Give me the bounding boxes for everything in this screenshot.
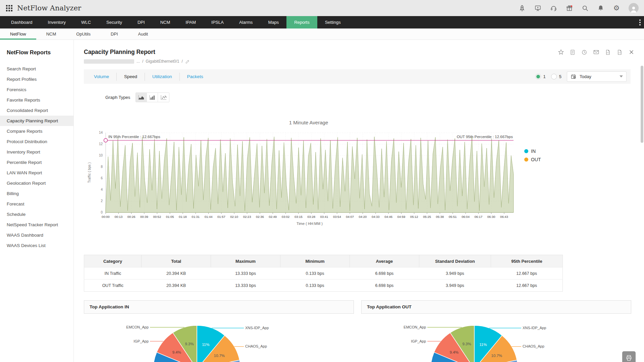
nav-item-dpi[interactable]: DPI bbox=[130, 16, 153, 28]
table-cell: 20.394 KB bbox=[142, 280, 211, 292]
sidebar-item-forensics[interactable]: Forensics bbox=[0, 84, 73, 95]
print-button[interactable] bbox=[622, 351, 636, 362]
svg-text:2: 2 bbox=[101, 199, 103, 203]
graph-type-area-chart-icon[interactable] bbox=[136, 93, 147, 102]
headset-icon[interactable] bbox=[550, 4, 557, 12]
schedule-history-icon[interactable] bbox=[581, 49, 588, 56]
table-header-average: Average bbox=[350, 255, 419, 267]
sidebar-item-inventory-report[interactable]: Inventory Report bbox=[0, 147, 73, 157]
pie-percent-label: 11% bbox=[202, 343, 209, 347]
subnav-item-dpi[interactable]: DPI bbox=[101, 28, 128, 40]
traffic-area-chart[interactable]: 0246810121400:0000:1300:2600:3900:5201:0… bbox=[84, 129, 533, 230]
panel-title-out: Top Application OUT bbox=[361, 300, 631, 314]
nav-item-alarms[interactable]: Alarms bbox=[231, 16, 260, 28]
nav-item-security[interactable]: Security bbox=[99, 16, 130, 28]
sidebar-item-percentile-report[interactable]: Percentile Report bbox=[0, 157, 73, 168]
nav-item-dashboard[interactable]: Dashboard bbox=[3, 16, 40, 28]
edit-pencil-icon[interactable] bbox=[185, 59, 191, 64]
apps-grid-icon[interactable] bbox=[5, 4, 13, 12]
nav-item-maps[interactable]: Maps bbox=[260, 16, 286, 28]
subnav-item-audit[interactable]: Audit bbox=[128, 28, 158, 40]
vertical-scrollbar[interactable] bbox=[641, 66, 643, 143]
svg-text:0: 0 bbox=[101, 210, 103, 214]
legend-item-out[interactable]: OUT bbox=[524, 157, 541, 162]
table-header-category: Category bbox=[84, 255, 142, 267]
top-application-in-pie[interactable]: 11%XNS-IDP_App10.7%CHAOS_App10.4%CBT_App… bbox=[84, 314, 354, 362]
sidebar-item-report-profiles[interactable]: Report Profiles bbox=[0, 74, 73, 84]
svg-text:PDF: PDF bbox=[607, 52, 610, 54]
calendar-icon bbox=[571, 74, 576, 79]
search-icon[interactable] bbox=[581, 4, 589, 12]
nav-item-ncm[interactable]: NCM bbox=[153, 16, 178, 28]
sidebar-item-compare-reports[interactable]: Compare Reports bbox=[0, 126, 73, 136]
sidebar-item-waas-devices-list[interactable]: WAAS Devices List bbox=[0, 240, 73, 251]
table-cell: 13.333 bps bbox=[211, 280, 280, 292]
sidebar-item-capacity-planning-report[interactable]: Capacity Planning Report bbox=[0, 116, 73, 126]
tab-speed[interactable]: Speed bbox=[116, 73, 145, 81]
top-application-out-pie[interactable]: 11%XNS-IDP_App10.7%CHAOS_App10.4%CBT_App… bbox=[361, 314, 631, 362]
printer-icon bbox=[626, 355, 632, 361]
bell-icon[interactable] bbox=[597, 4, 604, 12]
nav-item-ipsla[interactable]: IPSLA bbox=[204, 16, 231, 28]
svg-text:03:15: 03:15 bbox=[294, 215, 303, 219]
breadcrumb-separator: / bbox=[142, 59, 143, 64]
tab-utilization[interactable]: Utilization bbox=[145, 73, 179, 81]
interval-radio-1[interactable]: 1 bbox=[535, 74, 546, 79]
pie-callout-label: IGP_App bbox=[133, 339, 149, 343]
traffic-summary-table: CategoryTotalMaximumMinimumAverageStanda… bbox=[84, 255, 563, 292]
nav-item-inventory[interactable]: Inventory bbox=[40, 16, 73, 28]
subnav-item-netflow[interactable]: NetFlow bbox=[0, 28, 36, 40]
nav-item-ipam[interactable]: IPAM bbox=[178, 16, 204, 28]
table-cell: 6.698 bps bbox=[350, 280, 419, 292]
sidebar: NetFlow Reports Search ReportReport Prof… bbox=[0, 40, 74, 362]
tab-packets[interactable]: Packets bbox=[179, 73, 211, 81]
svg-text:00:39: 00:39 bbox=[140, 215, 148, 219]
svg-text:14: 14 bbox=[99, 131, 103, 134]
sidebar-item-geolocation-report[interactable]: Geolocation Report bbox=[0, 178, 73, 188]
graph-type-scatter-chart-icon[interactable] bbox=[158, 93, 169, 102]
svg-text:04:59: 04:59 bbox=[397, 215, 406, 219]
sidebar-item-search-report[interactable]: Search Report bbox=[0, 64, 73, 74]
graph-type-bar-chart-icon[interactable] bbox=[147, 93, 158, 102]
presentation-icon[interactable] bbox=[534, 4, 541, 12]
close-icon[interactable] bbox=[628, 49, 635, 56]
pie-callout-label: XNS-IDP_App bbox=[245, 326, 269, 330]
subnav-item-ncm[interactable]: NCM bbox=[36, 28, 66, 40]
gift-icon[interactable] bbox=[566, 4, 573, 12]
svg-text:00:26: 00:26 bbox=[127, 215, 136, 219]
nav-item-wlc[interactable]: WLC bbox=[73, 16, 99, 28]
csv-export-icon[interactable]: CSV bbox=[616, 49, 623, 56]
sidebar-item-lan-wan-report[interactable]: LAN WAN Report bbox=[0, 168, 73, 178]
sidebar-item-favorite-reports[interactable]: Favorite Reports bbox=[0, 95, 73, 105]
svg-text:8: 8 bbox=[101, 165, 103, 169]
sidebar-item-netspeed-tracker-report[interactable]: NetSpeed Tracker Report bbox=[0, 220, 73, 230]
avatar[interactable] bbox=[629, 3, 639, 13]
nav-item-reports[interactable]: Reports bbox=[286, 16, 317, 28]
sidebar-item-billing[interactable]: Billing bbox=[0, 188, 73, 199]
sidebar-item-forecast[interactable]: Forecast bbox=[0, 199, 73, 209]
svg-text:4: 4 bbox=[101, 188, 103, 191]
breadcrumb-interface[interactable]: GigabitEthernet0/1 bbox=[146, 59, 179, 64]
legend-item-in[interactable]: IN bbox=[524, 148, 541, 154]
pdf-export-icon[interactable]: PDF bbox=[604, 49, 611, 56]
sidebar-item-waas-dashboard[interactable]: WAAS Dashboard bbox=[0, 230, 73, 240]
rocket-icon[interactable] bbox=[518, 4, 526, 12]
sidebar-item-protocol-distribution[interactable]: Protocol Distribution bbox=[0, 136, 73, 147]
svg-text:03:41: 03:41 bbox=[320, 215, 328, 219]
star-icon[interactable] bbox=[557, 49, 564, 56]
date-range-picker[interactable]: Today bbox=[567, 71, 627, 82]
nav-item-settings[interactable]: Settings bbox=[317, 16, 348, 28]
radio-label: 5 bbox=[559, 74, 561, 79]
gear-icon[interactable]: ⚙ bbox=[613, 4, 620, 12]
interval-radio-5[interactable]: 5 bbox=[551, 74, 561, 79]
subnav-item-oputils[interactable]: OpUtils bbox=[66, 28, 101, 40]
table-row: IN Traffic20.394 KB13.333 bps0.133 bps6.… bbox=[84, 267, 563, 280]
kebab-menu-icon[interactable] bbox=[639, 16, 641, 28]
mail-icon[interactable] bbox=[593, 49, 599, 56]
sidebar-item-schedule[interactable]: Schedule bbox=[0, 209, 73, 220]
pie-percent-label: 10.7% bbox=[491, 354, 502, 358]
traffic-chart-section: 1 Minute Average 0246810121400:0000:1300… bbox=[84, 120, 547, 249]
tab-volume[interactable]: Volume bbox=[87, 73, 116, 81]
sidebar-item-consolidated-report[interactable]: Consolidated Report bbox=[0, 105, 73, 116]
report-doc-icon[interactable] bbox=[569, 49, 576, 56]
